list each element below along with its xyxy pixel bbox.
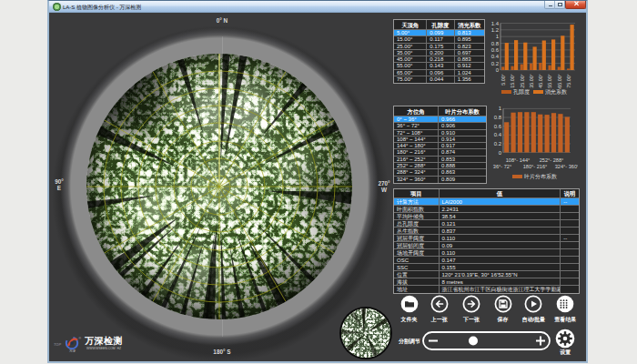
svg-text:0: 0 bbox=[496, 67, 500, 73]
svg-text:1.4: 1.4 bbox=[491, 21, 500, 26]
svg-text:36°- 72°: 36°- 72° bbox=[493, 164, 511, 169]
svg-text:65.00°: 65.00° bbox=[557, 74, 562, 88]
svg-text:万深: 万深 bbox=[69, 349, 76, 353]
svg-text:15.00°: 15.00° bbox=[510, 74, 515, 88]
svg-text:25.00°: 25.00° bbox=[520, 74, 525, 88]
svg-text:45.00°: 45.00° bbox=[538, 74, 543, 88]
svg-text:0.6: 0.6 bbox=[494, 124, 502, 129]
svg-text:孔隙度: 孔隙度 bbox=[513, 88, 530, 96]
svg-text:叶片分布系数: 叶片分布系数 bbox=[524, 173, 557, 180]
svg-text:0: 0 bbox=[499, 150, 502, 156]
svg-text:75.00°: 75.00° bbox=[566, 74, 571, 88]
svg-text:180°- 216°: 180°- 216° bbox=[523, 164, 548, 169]
svg-text:1: 1 bbox=[499, 106, 502, 111]
svg-text:消光系数: 消光系数 bbox=[545, 88, 567, 96]
svg-text:1: 1 bbox=[496, 34, 500, 39]
svg-text:324°- 360°: 324°- 360° bbox=[555, 164, 578, 169]
svg-text:0.8: 0.8 bbox=[491, 41, 500, 46]
svg-text:5.00°: 5.00° bbox=[500, 74, 506, 86]
svg-text:0.6: 0.6 bbox=[491, 47, 500, 53]
svg-text:0.2: 0.2 bbox=[491, 61, 500, 66]
svg-text:0.4: 0.4 bbox=[494, 132, 502, 137]
svg-text:0.8: 0.8 bbox=[494, 115, 502, 120]
svg-text:252°- 288°: 252°- 288° bbox=[540, 157, 564, 163]
svg-text:0.4: 0.4 bbox=[491, 54, 500, 59]
svg-text:1.2: 1.2 bbox=[491, 27, 500, 33]
svg-text:55.00°: 55.00° bbox=[547, 74, 552, 88]
svg-text:108°- 144°: 108°- 144° bbox=[506, 157, 531, 163]
svg-text:35.00°: 35.00° bbox=[529, 74, 534, 88]
svg-text:®: ® bbox=[79, 337, 82, 340]
svg-text:0.2: 0.2 bbox=[494, 141, 502, 147]
